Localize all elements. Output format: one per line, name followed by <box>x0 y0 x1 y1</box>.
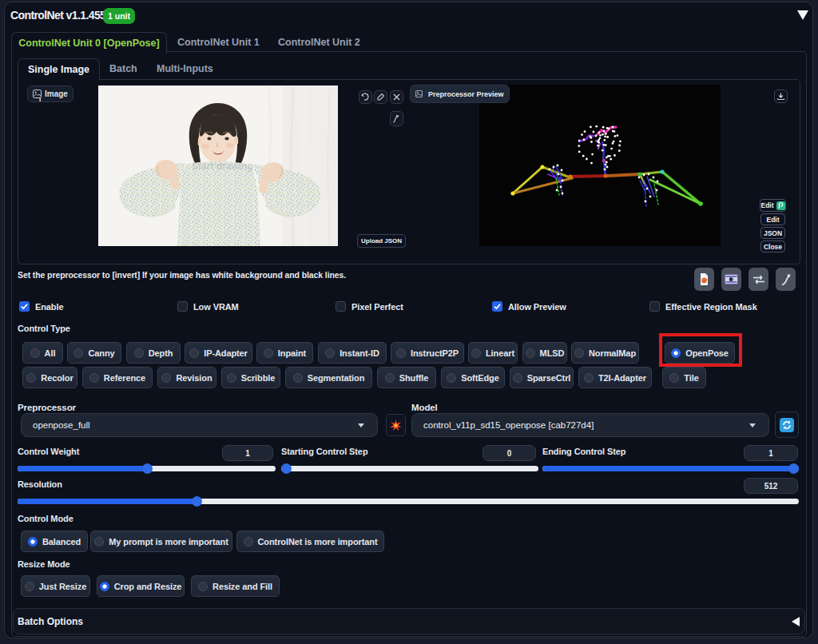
svg-text:Start drawing: Start drawing <box>192 161 253 172</box>
